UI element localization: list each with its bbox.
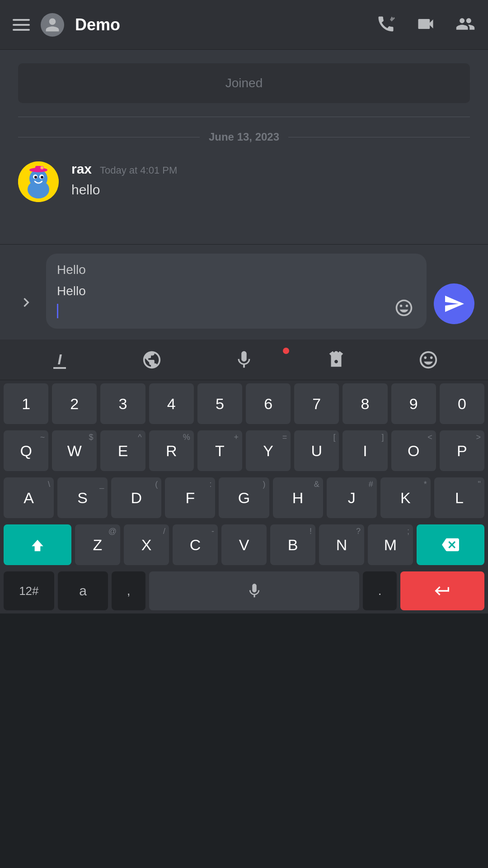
key-u[interactable]: [U <box>294 430 339 471</box>
key-o[interactable]: <O <box>391 430 436 471</box>
header: Demo <box>0 0 488 50</box>
joined-banner-inner: Joined <box>18 63 470 103</box>
expand-button[interactable] <box>14 290 39 315</box>
key-1[interactable]: 1 <box>4 383 48 424</box>
key-8[interactable]: 8 <box>343 383 387 424</box>
voice-record-tool[interactable] <box>198 349 290 370</box>
user-avatar <box>18 161 59 202</box>
joined-banner: Joined <box>18 50 470 117</box>
text-cursor-tool[interactable]: I <box>14 351 106 368</box>
sticker-tool[interactable] <box>290 349 382 370</box>
globe-tool[interactable] <box>106 349 198 370</box>
lang-label: a <box>79 583 87 599</box>
key-y[interactable]: =Y <box>246 430 291 471</box>
members-button[interactable] <box>455 14 475 36</box>
key-4[interactable]: 4 <box>149 383 194 424</box>
period-key[interactable]: . <box>363 571 396 610</box>
joined-text: Joined <box>225 76 263 90</box>
emoji-keyboard-icon <box>418 349 439 370</box>
shift-key[interactable] <box>4 524 71 565</box>
date-divider-text: June 13, 2023 <box>209 131 279 143</box>
video-button[interactable] <box>416 14 436 36</box>
key-9[interactable]: 9 <box>391 383 436 424</box>
svg-point-5 <box>34 176 37 179</box>
header-left: Demo <box>13 13 376 37</box>
key-m[interactable]: ;M <box>368 524 413 565</box>
space-key[interactable] <box>149 571 359 610</box>
message-text: hello <box>71 180 470 199</box>
backspace-icon <box>442 536 459 553</box>
text-cursor <box>57 304 58 318</box>
input-field-row: Hello <box>57 282 416 320</box>
shift-icon <box>29 536 46 553</box>
message-content: rax Today at 4:01 PM hello <box>71 161 470 202</box>
svg-point-10 <box>41 167 43 169</box>
channel-title: Demo <box>75 15 120 34</box>
backspace-key[interactable] <box>417 524 484 565</box>
lang-key[interactable]: a <box>58 571 108 610</box>
key-c[interactable]: -C <box>173 524 218 565</box>
num-sym-key[interactable]: 12# <box>4 571 54 610</box>
recording-indicator <box>283 348 289 354</box>
message-username: rax <box>71 161 92 177</box>
key-n[interactable]: ?N <box>319 524 364 565</box>
key-x[interactable]: /X <box>124 524 169 565</box>
input-text: Hello <box>57 284 86 298</box>
input-box: Hello Hello <box>46 254 427 329</box>
microphone-icon <box>234 349 254 370</box>
shirt-icon <box>326 349 347 370</box>
key-b[interactable]: !B <box>270 524 315 565</box>
mic-icon <box>246 582 263 599</box>
input-area: Hello Hello <box>0 244 488 340</box>
key-h[interactable]: &H <box>273 477 323 518</box>
key-e[interactable]: ^E <box>100 430 145 471</box>
message-input[interactable]: Hello <box>57 282 387 320</box>
key-a[interactable]: \A <box>4 477 54 518</box>
key-6[interactable]: 6 <box>246 383 291 424</box>
person-icon <box>44 17 61 33</box>
key-g[interactable]: )G <box>219 477 269 518</box>
chat-area: Joined June 13, 2023 <box>0 50 488 244</box>
key-2[interactable]: 2 <box>52 383 97 424</box>
key-k[interactable]: *K <box>380 477 431 518</box>
key-v[interactable]: V <box>221 524 267 565</box>
qwerty-row: ~Q $W ^E %R +T =Y [U ]I <O >P <box>0 427 488 474</box>
num-sym-label: 12# <box>19 584 38 598</box>
globe-icon <box>141 349 162 370</box>
key-0[interactable]: 0 <box>440 383 484 424</box>
key-q[interactable]: ~Q <box>4 430 48 471</box>
key-t[interactable]: +T <box>197 430 242 471</box>
key-l[interactable]: "L <box>434 477 484 518</box>
svg-point-6 <box>41 176 43 179</box>
emoji-button[interactable] <box>392 296 416 320</box>
enter-icon <box>433 582 451 600</box>
key-d[interactable]: (D <box>111 477 161 518</box>
key-p[interactable]: >P <box>440 430 484 471</box>
key-w[interactable]: $W <box>52 430 97 471</box>
key-3[interactable]: 3 <box>100 383 145 424</box>
emoji-tool[interactable] <box>382 349 474 370</box>
keyboard: 1 2 3 4 5 6 7 8 9 0 ~Q $W ^E %R +T =Y [U… <box>0 380 488 613</box>
menu-button[interactable] <box>13 19 30 31</box>
text-cursor-icon: I <box>58 351 62 368</box>
send-button[interactable] <box>434 283 474 324</box>
enter-key[interactable] <box>400 571 484 610</box>
message-header: rax Today at 4:01 PM <box>71 161 470 177</box>
comma-key[interactable]: , <box>112 571 145 610</box>
date-divider-line-right <box>288 137 470 137</box>
channel-avatar <box>41 13 64 37</box>
key-j[interactable]: #J <box>327 477 377 518</box>
key-f[interactable]: :F <box>165 477 215 518</box>
call-button[interactable] <box>376 14 396 36</box>
comma-label: , <box>127 584 131 598</box>
bottom-row: 12# a , . <box>0 568 488 613</box>
key-r[interactable]: %R <box>149 430 194 471</box>
zxcv-row: @Z /X -C V !B ?N ;M <box>0 521 488 568</box>
key-i[interactable]: ]I <box>343 430 387 471</box>
date-divider-line-left <box>18 137 200 137</box>
input-row: Hello Hello <box>14 254 474 329</box>
key-7[interactable]: 7 <box>294 383 339 424</box>
key-5[interactable]: 5 <box>197 383 242 424</box>
key-z[interactable]: @Z <box>75 524 120 565</box>
key-s[interactable]: _S <box>57 477 108 518</box>
